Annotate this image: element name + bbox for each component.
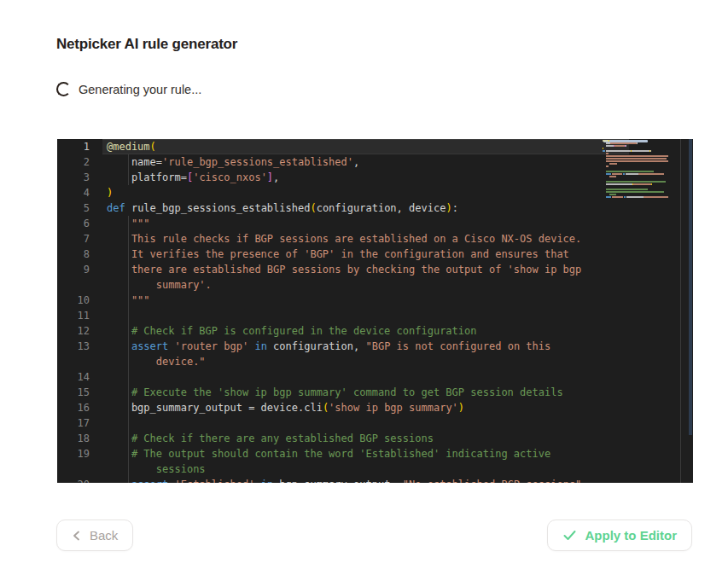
- code-line: 10 """: [57, 293, 680, 308]
- minimap[interactable]: [597, 140, 680, 199]
- line-number: 1: [84, 139, 90, 154]
- chevron-left-icon: [72, 530, 81, 542]
- line-number: 19: [78, 446, 90, 461]
- code-line: 13 assert 'router bgp' in configuration,…: [57, 339, 680, 354]
- indent-guide: [128, 415, 129, 431]
- line-number: 20: [78, 477, 90, 483]
- code-line: sessions: [57, 461, 680, 477]
- line-number: 4: [84, 185, 90, 200]
- code-lines: 1@medium(2 name='rule_bgp_sessions_estab…: [57, 139, 680, 483]
- code-line: 19 # The output should contain the word …: [57, 446, 680, 461]
- line-number: 2: [84, 154, 90, 170]
- code-line: device.": [57, 354, 680, 369]
- generation-status: Generating your rule...: [56, 82, 201, 96]
- line-number: 8: [84, 247, 90, 262]
- code-line: 8 It verifies the presence of 'BGP' in t…: [57, 247, 680, 262]
- apply-to-editor-button[interactable]: Apply to Editor: [547, 519, 693, 551]
- code-line: 2 name='rule_bgp_sessions_established',: [57, 154, 680, 170]
- indent-guide: [128, 308, 129, 323]
- vertical-scrollbar[interactable]: [680, 139, 693, 483]
- line-number: 3: [84, 170, 90, 185]
- line-number: 16: [78, 400, 90, 415]
- back-button[interactable]: Back: [56, 519, 133, 551]
- line-number: 12: [78, 323, 90, 339]
- line-number: 5: [84, 200, 90, 216]
- code-line: 7 This rule checks if BGP sessions are e…: [57, 231, 680, 247]
- scrollbar-slider[interactable]: [689, 139, 692, 435]
- code-line: 4): [57, 185, 680, 200]
- code-line: 18 # Check if there are any established …: [57, 431, 680, 446]
- code-line: 6 """: [57, 216, 680, 231]
- code-line: 20 assert 'Established' in bgp_summary_o…: [57, 477, 680, 483]
- indent-guide: [128, 369, 129, 385]
- line-number: 9: [84, 262, 90, 277]
- loading-spinner-icon: [56, 82, 71, 96]
- status-text: Generating your rule...: [79, 83, 201, 96]
- line-number: 17: [78, 415, 90, 431]
- code-line: 11: [57, 308, 680, 323]
- line-number: 15: [78, 385, 90, 400]
- back-button-label: Back: [90, 528, 118, 543]
- code-line: 12 # Check if BGP is configured in the d…: [57, 323, 680, 339]
- line-number: 6: [84, 216, 90, 231]
- netpicker-ai-rule-generator-dialog: Netpicker AI rule generator Generating y…: [0, 0, 728, 563]
- line-number: 7: [84, 231, 90, 247]
- code-line: 17: [57, 415, 680, 431]
- footer-actions: Back Apply to Editor: [0, 519, 728, 551]
- line-number: 10: [78, 293, 90, 308]
- apply-button-label: Apply to Editor: [585, 528, 678, 543]
- code-line: 1@medium(: [57, 139, 680, 154]
- code-line: 14: [57, 369, 680, 385]
- code-line: 16 bgp_summary_output = device.cli('show…: [57, 400, 680, 415]
- line-number: 13: [78, 339, 90, 354]
- code-line: 9 there are established BGP sessions by …: [57, 262, 680, 277]
- line-number: 18: [78, 431, 90, 446]
- line-number: 14: [78, 369, 90, 385]
- code-line: summary'.: [57, 277, 680, 293]
- checkmark-icon: [562, 529, 577, 542]
- code-line: 15 # Execute the 'show ip bgp summary' c…: [57, 385, 680, 400]
- page-title: Netpicker AI rule generator: [56, 36, 237, 53]
- code-line: 5def rule_bgp_sessions_established(confi…: [57, 200, 680, 216]
- code-editor[interactable]: 1@medium(2 name='rule_bgp_sessions_estab…: [57, 139, 693, 483]
- code-line: 3 platform=['cisco_nxos'],: [57, 170, 680, 185]
- line-number: 11: [78, 308, 90, 323]
